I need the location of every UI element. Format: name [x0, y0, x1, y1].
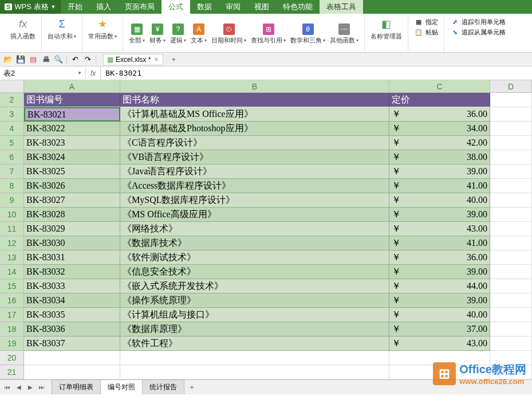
datetime-functions-button[interactable]: ⏲ 日期和时间▾: [209, 22, 249, 46]
print-button[interactable]: 🖶: [40, 54, 52, 65]
sheet-first-button[interactable]: ⏮: [2, 382, 13, 393]
cell-price[interactable]: ￥41.00: [389, 236, 490, 251]
row-header[interactable]: 15: [0, 279, 24, 294]
menu-tab-7[interactable]: 特色功能: [276, 0, 320, 14]
cell[interactable]: [490, 222, 532, 236]
cell[interactable]: [490, 236, 532, 251]
cell[interactable]: [24, 365, 120, 379]
cell-price[interactable]: ￥34.00: [389, 122, 490, 136]
finance-functions-button[interactable]: ¥ 财务▾: [147, 22, 168, 46]
cell-book-name[interactable]: 《软件测试技术》: [120, 251, 389, 265]
row-header[interactable]: 4: [0, 122, 24, 136]
cell[interactable]: [490, 265, 532, 279]
cell[interactable]: [120, 365, 389, 379]
row-header[interactable]: 5: [0, 136, 24, 150]
text-functions-button[interactable]: A 文本▾: [188, 22, 209, 46]
cell-book-id[interactable]: BK-83021: [24, 107, 120, 122]
cell-book-name[interactable]: 《数据库原理》: [120, 322, 389, 337]
cell[interactable]: [490, 337, 532, 351]
menu-tab-5[interactable]: 审阅: [219, 0, 247, 14]
row-header[interactable]: 14: [0, 265, 24, 279]
cell-price[interactable]: ￥43.00: [389, 222, 490, 236]
cell-price[interactable]: ￥40.00: [389, 308, 490, 322]
header-cell[interactable]: 图书名称: [120, 93, 389, 107]
cell-book-name[interactable]: 《MS Office高级应用》: [120, 208, 389, 222]
cell-price[interactable]: ￥39.00: [389, 294, 490, 308]
cell-book-id[interactable]: BK-83035: [24, 308, 120, 322]
row-header[interactable]: 9: [0, 193, 24, 208]
name-manager-button[interactable]: ◧ 名称管理器: [368, 16, 404, 42]
menu-tab-2[interactable]: 页面布局: [118, 0, 161, 14]
open-button[interactable]: 📂: [2, 54, 14, 65]
cell-price[interactable]: ￥39.00: [389, 208, 490, 222]
row-header[interactable]: 3: [0, 107, 24, 122]
menu-tab-6[interactable]: 视图: [247, 0, 276, 14]
menu-tab-1[interactable]: 插入: [89, 0, 118, 14]
math-functions-button[interactable]: θ 数学和三角▾: [288, 22, 328, 46]
menu-tab-8[interactable]: 表格工具: [320, 0, 363, 14]
cell-book-id[interactable]: BK-83027: [24, 193, 120, 208]
row-header[interactable]: 2: [0, 93, 24, 107]
formula-input[interactable]: BK-83021: [101, 69, 532, 77]
sheet-last-button[interactable]: ⏭: [37, 382, 47, 393]
add-sheet-button[interactable]: +: [186, 384, 198, 392]
sheet-next-button[interactable]: ▶: [25, 382, 36, 393]
cell-book-name[interactable]: 《软件工程》: [120, 337, 389, 351]
name-box[interactable]: 表2 ▼: [0, 68, 86, 79]
cell-price[interactable]: ￥39.00: [389, 265, 490, 279]
cell[interactable]: [490, 308, 532, 322]
row-header[interactable]: 18: [0, 322, 24, 337]
column-header-c[interactable]: C: [389, 80, 490, 93]
cell-book-id[interactable]: BK-83026: [24, 179, 120, 193]
cell-price[interactable]: ￥41.00: [389, 179, 490, 193]
header-cell[interactable]: 定价: [389, 93, 490, 107]
cell-book-name[interactable]: 《操作系统原理》: [120, 294, 389, 308]
cell-book-name[interactable]: 《Java语言程序设计》: [120, 165, 389, 179]
cell-price[interactable]: ￥36.00: [389, 107, 490, 122]
row-header[interactable]: 20: [0, 351, 24, 365]
cell-book-name[interactable]: 《计算机组成与接口》: [120, 308, 389, 322]
row-header[interactable]: 13: [0, 251, 24, 265]
other-functions-button[interactable]: ⋯ 其他函数▾: [328, 22, 361, 46]
row-header[interactable]: 19: [0, 337, 24, 351]
cell-book-id[interactable]: BK-83034: [24, 294, 120, 308]
header-cell[interactable]: 图书编号: [24, 93, 120, 107]
lookup-functions-button[interactable]: ⊞ 查找与引用▾: [249, 22, 288, 46]
cell[interactable]: [490, 208, 532, 222]
cell-book-id[interactable]: BK-83031: [24, 251, 120, 265]
row-header[interactable]: 6: [0, 150, 24, 165]
column-header-a[interactable]: A: [24, 80, 120, 93]
cell-book-name[interactable]: 《MySQL数据库程序设计》: [120, 193, 389, 208]
sheet-tab[interactable]: 编号对照: [100, 379, 143, 394]
cell-book-name[interactable]: 《嵌入式系统开发技术》: [120, 279, 389, 294]
cell[interactable]: [24, 351, 120, 365]
cell[interactable]: [490, 179, 532, 193]
row-header[interactable]: 16: [0, 294, 24, 308]
redo-button[interactable]: ↷: [82, 54, 93, 65]
cell[interactable]: [490, 251, 532, 265]
row-header[interactable]: 12: [0, 236, 24, 251]
cell-price[interactable]: ￥43.00: [389, 337, 490, 351]
sheet-tab[interactable]: 统计报告: [142, 379, 184, 394]
logic-functions-button[interactable]: ? 逻辑▾: [168, 22, 188, 46]
cell-book-id[interactable]: BK-83029: [24, 222, 120, 236]
row-header[interactable]: 17: [0, 308, 24, 322]
fx-button[interactable]: fx: [86, 66, 101, 80]
cell[interactable]: [490, 150, 532, 165]
define-name-button[interactable]: ▦ 指定: [414, 17, 438, 26]
save-button[interactable]: 💾: [15, 54, 26, 65]
cell[interactable]: [490, 122, 532, 136]
cell-price[interactable]: ￥40.00: [389, 193, 490, 208]
cell-book-id[interactable]: BK-83028: [24, 208, 120, 222]
cell-book-name[interactable]: 《信息安全技术》: [120, 265, 389, 279]
menu-tab-4[interactable]: 数据: [190, 0, 219, 14]
cell-book-id[interactable]: BK-83024: [24, 150, 120, 165]
cell-book-name[interactable]: 《C语言程序设计》: [120, 136, 389, 150]
cell-book-name[interactable]: 《网络技术》: [120, 222, 389, 236]
insert-function-button[interactable]: fx 插入函数: [8, 16, 38, 42]
cell-book-name[interactable]: 《计算机基础及MS Office应用》: [120, 107, 389, 122]
cell-price[interactable]: ￥36.00: [389, 251, 490, 265]
cell-book-id[interactable]: BK-83025: [24, 165, 120, 179]
cell-price[interactable]: ￥44.00: [389, 279, 490, 294]
cell-book-name[interactable]: 《VB语言程序设计》: [120, 150, 389, 165]
